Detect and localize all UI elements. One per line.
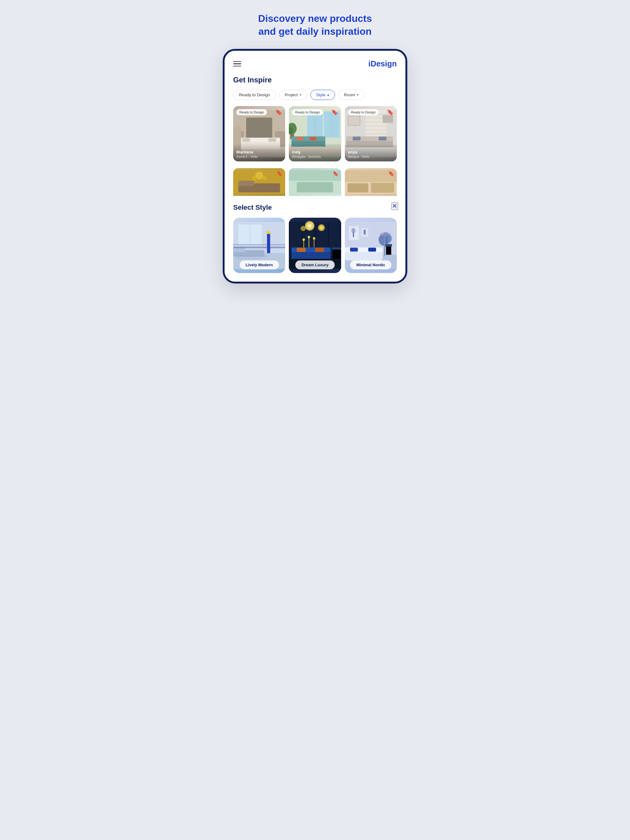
card-badge-indy: Ready to Design (292, 109, 323, 115)
svg-rect-67 (236, 256, 267, 257)
svg-rect-68 (236, 258, 262, 259)
partial-cards-row: 🔖 🔖 🔖 (233, 168, 397, 196)
chevron-down-icon: ▾ (357, 93, 359, 97)
card-location: Bangna - Veda (348, 155, 394, 158)
svg-point-81 (301, 226, 306, 231)
svg-rect-105 (364, 230, 366, 234)
svg-rect-113 (350, 248, 358, 252)
svg-rect-22 (310, 137, 316, 141)
device-frame: iDesign Get Inspire Ready to Design Proj… (223, 49, 407, 284)
bookmark-icon-anya[interactable]: 🔖 (387, 109, 394, 115)
svg-rect-94 (332, 248, 341, 249)
svg-point-87 (313, 237, 315, 240)
svg-rect-91 (315, 248, 324, 252)
svg-rect-8 (268, 138, 276, 142)
app-header: iDesign (233, 59, 397, 68)
section-title: Get Inspire (233, 76, 397, 84)
svg-point-78 (308, 224, 311, 227)
style-label-nordic: Minimal Nordic (350, 261, 391, 269)
svg-rect-90 (297, 248, 306, 252)
card-info-indy: indy Westgate - Duchess (289, 144, 341, 161)
bookmark-icon-partial2[interactable]: 🔖 (332, 171, 339, 177)
card-info-anya: anya Bangna - Veda (345, 144, 397, 161)
svg-point-117 (380, 232, 390, 237)
card-name: Mantana (236, 150, 282, 154)
card-info-mantana: Mantana Rama 2 - Veda (233, 144, 285, 161)
style-cards-grid: Lively Modern (233, 218, 397, 273)
svg-rect-63 (266, 231, 271, 234)
cards-grid: Ready to Design 🔖 Mantana Rama 2 - Veda (233, 106, 397, 164)
style-label-dream: Dream Luxury (295, 261, 335, 269)
svg-rect-54 (347, 183, 368, 193)
svg-rect-36 (348, 117, 359, 125)
svg-point-44 (255, 172, 263, 179)
room-card-anya[interactable]: Ready to Design 🔖 anya Bangna - Veda (345, 106, 397, 161)
svg-rect-51 (297, 182, 334, 193)
room-card-indy[interactable]: Ready to Design 🔖 indy Westgate - Duches… (289, 106, 341, 161)
svg-rect-66 (233, 246, 285, 248)
filter-style[interactable]: Style ▴ (310, 90, 335, 100)
svg-point-45 (252, 176, 256, 180)
svg-rect-7 (242, 138, 250, 142)
room-card-mantana[interactable]: Ready to Design 🔖 Mantana Rama 2 - Veda (233, 106, 285, 161)
card-location: Rama 2 - Veda (236, 155, 282, 158)
svg-rect-21 (297, 137, 303, 141)
partial-card-1[interactable]: 🔖 (233, 168, 285, 196)
svg-rect-37 (382, 115, 393, 123)
menu-button[interactable] (233, 61, 241, 67)
bookmark-icon-partial3[interactable]: 🔖 (388, 171, 394, 177)
svg-rect-62 (267, 232, 270, 253)
partial-card-2[interactable]: 🔖 (289, 168, 341, 196)
bookmark-icon-partial1[interactable]: 🔖 (277, 171, 283, 177)
svg-rect-40 (353, 137, 360, 141)
style-label-lively: Lively Modern (240, 261, 279, 269)
svg-rect-48 (238, 181, 254, 186)
style-card-lively-modern[interactable]: Lively Modern (233, 218, 285, 273)
card-location: Westgate - Duchess (292, 155, 338, 158)
chevron-up-icon: ▴ (327, 93, 329, 97)
card-name: indy (292, 150, 338, 154)
page-headline: Discovery new products and get daily ins… (258, 12, 372, 38)
app-content: iDesign Get Inspire Ready to Design Proj… (225, 51, 405, 196)
svg-rect-93 (333, 248, 340, 259)
svg-rect-20 (291, 136, 326, 141)
bottom-sheet: ✕ Select Style (225, 196, 405, 282)
svg-rect-41 (379, 137, 386, 141)
style-card-minimal-nordic[interactable]: Minimal Nordic (345, 218, 397, 273)
style-card-dream-luxury[interactable]: Dream Luxury (289, 218, 341, 273)
svg-point-85 (302, 238, 305, 241)
close-button[interactable]: ✕ (391, 202, 398, 210)
sheet-title: Select Style (233, 204, 397, 212)
filter-room[interactable]: Room ▾ (338, 90, 364, 100)
card-name: anya (348, 150, 394, 154)
svg-rect-71 (289, 222, 290, 256)
svg-rect-115 (384, 237, 385, 256)
svg-rect-114 (368, 248, 376, 252)
bookmark-icon-mantana[interactable]: 🔖 (275, 109, 282, 115)
svg-rect-55 (371, 183, 394, 193)
svg-rect-4 (246, 118, 272, 140)
partial-card-3[interactable]: 🔖 (345, 168, 397, 196)
svg-rect-61 (233, 244, 285, 245)
bookmark-icon-indy[interactable]: 🔖 (331, 109, 338, 115)
filter-ready-to-design[interactable]: Ready to Design (233, 90, 276, 100)
app-logo: iDesign (369, 59, 397, 68)
card-badge-mantana: Ready to Design (236, 109, 267, 115)
chevron-down-icon: ▾ (300, 93, 301, 97)
svg-point-46 (263, 176, 267, 180)
filter-project[interactable]: Project ▾ (279, 90, 307, 100)
svg-point-86 (308, 236, 310, 238)
card-badge-anya: Ready to Design (348, 109, 379, 115)
svg-point-102 (352, 228, 355, 232)
filter-row: Ready to Design Project ▾ Style ▴ Room ▾ (233, 90, 397, 100)
svg-point-80 (319, 226, 324, 230)
